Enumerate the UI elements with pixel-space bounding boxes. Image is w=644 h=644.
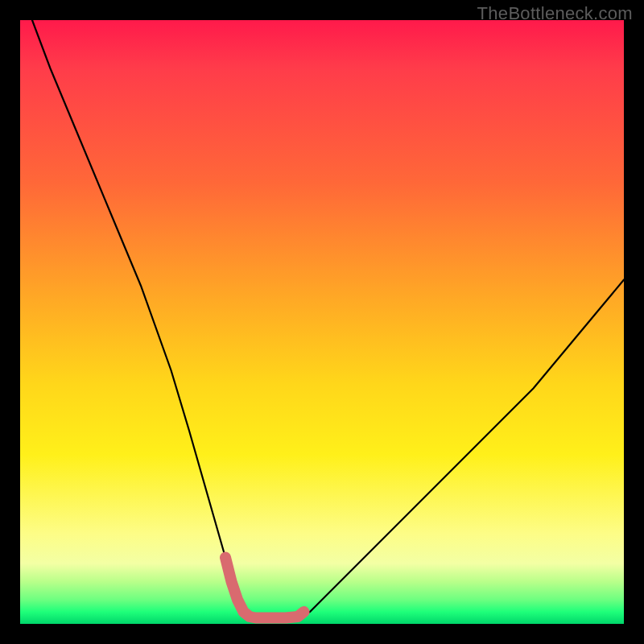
bottleneck-curve bbox=[32, 20, 624, 618]
chart-svg bbox=[20, 20, 624, 624]
plot-area bbox=[20, 20, 624, 624]
optimal-range-overlay bbox=[225, 558, 304, 618]
outer-black-frame: TheBottleneck.com bbox=[0, 0, 644, 644]
